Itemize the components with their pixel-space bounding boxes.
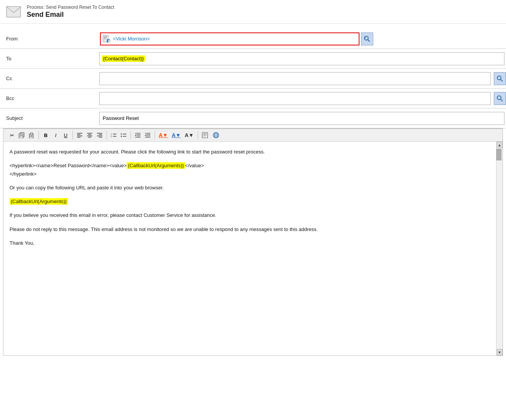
lookup-icon: [364, 36, 371, 42]
svg-point-39: [121, 134, 122, 135]
editor-body-container: A password reset was requested for your …: [3, 142, 503, 355]
insert-image-button[interactable]: [211, 131, 221, 140]
indent-less-button[interactable]: [143, 131, 152, 140]
toolbar-sep-1: [39, 131, 39, 139]
svg-line-8: [368, 40, 370, 42]
font-size-button[interactable]: A▼: [183, 131, 195, 140]
indent-less-icon: [145, 132, 151, 138]
body-para-2-suffix: </value>: [185, 163, 204, 168]
bcc-input[interactable]: [99, 92, 491, 105]
body-para-7: Thank You,: [10, 239, 491, 247]
body-para-2-prefix: <hyperlink><name>Reset Password</name><v…: [10, 163, 127, 168]
subject-row: Subject: [0, 108, 506, 128]
subject-input[interactable]: [99, 112, 504, 125]
svg-line-13: [501, 99, 503, 101]
toolbar-sep-2: [73, 131, 73, 139]
body-para-3: Or you can copy the following URL and pa…: [10, 184, 491, 192]
insert-field-button[interactable]: [200, 131, 210, 140]
unordered-list-button[interactable]: [119, 131, 128, 140]
ordered-list-button[interactable]: 1. 2.: [109, 131, 118, 140]
svg-point-7: [364, 36, 368, 40]
email-editor: ✂ B I U: [3, 128, 503, 356]
cc-lookup-button[interactable]: [494, 72, 506, 85]
align-right-icon: [97, 132, 103, 138]
cc-label: Cc: [0, 76, 99, 81]
page-header: Process: Send Password Reset To Contact …: [0, 0, 506, 24]
to-value: {Contact(Contact)}: [102, 55, 145, 62]
bcc-field: [99, 92, 506, 105]
svg-text:2.: 2.: [111, 135, 112, 137]
callback-url-highlight-1: {CallbackUrl(Arguments)}: [127, 162, 185, 169]
to-label: To: [0, 56, 99, 61]
svg-point-10: [497, 76, 501, 80]
scrollbar: ▲ ▼: [496, 142, 503, 355]
doc-icon: 📋: [102, 35, 111, 43]
align-right-button[interactable]: [95, 131, 104, 140]
scroll-track[interactable]: [496, 148, 503, 349]
align-left-button[interactable]: [75, 131, 84, 140]
svg-line-11: [501, 79, 503, 81]
cc-field: [99, 72, 506, 85]
editor-toolbar: ✂ B I U: [3, 129, 503, 142]
page-title: Send Email: [27, 11, 114, 19]
to-input-wrapper[interactable]: {Contact(Contact)}: [99, 52, 504, 65]
scroll-thumb[interactable]: [496, 149, 501, 160]
font-bgcolor-button[interactable]: A▼: [170, 131, 182, 140]
cc-input[interactable]: [99, 72, 491, 85]
indent-more-button[interactable]: [133, 131, 142, 140]
bcc-row: Bcc: [0, 89, 506, 108]
subject-field: [99, 112, 506, 125]
bold-button[interactable]: B: [41, 131, 50, 140]
svg-rect-4: [104, 39, 106, 39]
cc-lookup-icon: [496, 75, 503, 82]
align-center-icon: [87, 132, 93, 138]
svg-text:📋: 📋: [108, 39, 111, 43]
font-color-button[interactable]: A▼: [157, 131, 169, 140]
body-para-1: A password reset was requested for your …: [10, 148, 491, 156]
toolbar-sep-3: [106, 131, 107, 139]
email-body-content[interactable]: A password reset was requested for your …: [3, 142, 503, 355]
unordered-list-icon: [121, 132, 127, 138]
svg-rect-2: [104, 36, 107, 37]
body-para-5: If you believe you received this email i…: [10, 211, 491, 220]
paste-button[interactable]: [27, 131, 36, 140]
copy-button[interactable]: [17, 131, 26, 140]
svg-rect-51: [202, 132, 208, 138]
toolbar-sep-5: [155, 131, 155, 139]
header-text-block: Process: Send Password Reset To Contact …: [27, 5, 114, 19]
email-form: From 📋 <Vicki Morrison>: [0, 24, 506, 128]
from-value: <Vicki Morrison>: [113, 36, 150, 42]
indent-more-icon: [135, 132, 141, 138]
from-row: From 📋 <Vicki Morrison>: [0, 29, 506, 49]
cut-button[interactable]: ✂: [7, 131, 16, 140]
from-field: 📋 <Vicki Morrison>: [99, 32, 506, 45]
toolbar-sep-6: [198, 131, 198, 139]
process-title: Process: Send Password Reset To Contact: [27, 5, 114, 10]
from-lookup-button[interactable]: [361, 32, 373, 45]
italic-button[interactable]: I: [51, 131, 60, 140]
cc-row: Cc: [0, 69, 506, 89]
to-field: {Contact(Contact)}: [99, 52, 506, 65]
body-para-4: {CallbackUrl(Arguments)}: [10, 197, 491, 206]
globe-icon: [213, 132, 219, 139]
paste-icon: [29, 132, 35, 138]
from-input-wrapper[interactable]: 📋 <Vicki Morrison>: [100, 32, 359, 45]
svg-point-12: [497, 96, 501, 100]
svg-rect-20: [31, 133, 33, 134]
bcc-lookup-icon: [496, 95, 503, 102]
toolbar-sep-4: [131, 131, 131, 139]
svg-rect-3: [104, 37, 107, 38]
scroll-up-button[interactable]: ▲: [497, 142, 503, 148]
insert-field-icon: [202, 132, 209, 139]
subject-label: Subject: [0, 115, 99, 121]
underline-button[interactable]: U: [61, 131, 70, 140]
body-para-2-suffix2: </hyperlink>: [10, 171, 37, 177]
body-para-6: Please do not reply to this message. Thi…: [10, 225, 491, 234]
from-label: From: [0, 36, 99, 42]
bcc-label: Bcc: [0, 95, 99, 101]
scroll-down-button[interactable]: ▼: [497, 349, 503, 355]
to-row: To {Contact(Contact)}: [0, 49, 506, 69]
svg-rect-9: [364, 37, 366, 38]
bcc-lookup-button[interactable]: [494, 92, 506, 105]
align-center-button[interactable]: [85, 131, 94, 140]
